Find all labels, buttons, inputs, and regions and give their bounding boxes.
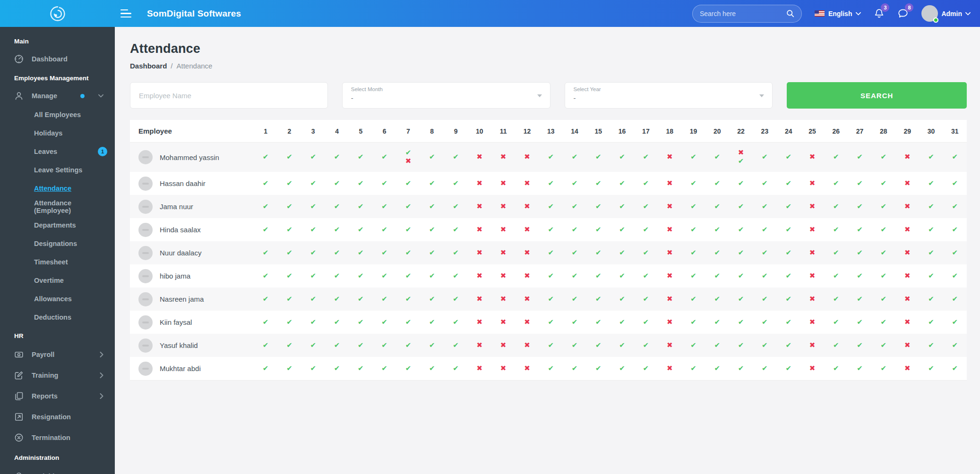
- search-icon[interactable]: [786, 9, 794, 17]
- user-menu[interactable]: Admin: [921, 5, 971, 22]
- present-check-icon: ✔: [714, 272, 721, 280]
- attendance-day-cell: ✔: [919, 296, 943, 303]
- absent-cross-icon: ✖: [904, 203, 911, 211]
- present-check-icon: ✔: [429, 180, 435, 187]
- present-check-icon: ✔: [881, 319, 887, 326]
- attendance-day-cell: ✖: [658, 226, 681, 234]
- language-selector[interactable]: English: [815, 10, 861, 17]
- attendance-day-cell: ✔: [777, 180, 800, 187]
- sidebar-toggle-button[interactable]: [120, 9, 132, 18]
- present-check-icon: ✔: [453, 342, 459, 349]
- present-check-icon: ✔: [881, 272, 887, 280]
- present-check-icon: ✔: [762, 272, 768, 280]
- sidebar-subitem-leaves[interactable]: Leaves1: [0, 142, 115, 161]
- sidebar-subitem-allowances[interactable]: Allowances: [0, 289, 115, 308]
- attendance-day-cell: ✔: [610, 153, 634, 161]
- month-select[interactable]: Select Month -: [342, 82, 550, 109]
- present-check-icon: ✔: [405, 365, 412, 372]
- present-check-icon: ✔: [619, 180, 625, 187]
- present-check-icon: ✔: [881, 342, 887, 349]
- present-check-icon: ✔: [690, 365, 696, 372]
- present-check-icon: ✔: [952, 342, 958, 349]
- search-input[interactable]: [700, 10, 786, 17]
- attendance-day-cell: ✔: [777, 203, 800, 211]
- attendance-day-cell: ✔: [824, 319, 848, 326]
- present-check-icon: ✔: [286, 296, 292, 303]
- employee-avatar: [138, 292, 153, 306]
- present-check-icon: ✔: [833, 153, 839, 161]
- present-check-icon: ✔: [548, 296, 554, 303]
- day-column-header: 28: [872, 127, 895, 135]
- sidebar-subitem-departments[interactable]: Departments: [0, 216, 115, 234]
- sidebar-subitem-deductions[interactable]: Deductions: [0, 308, 115, 326]
- attendance-day-cell: ✔: [729, 203, 753, 211]
- notifications-button[interactable]: 3: [874, 8, 885, 19]
- breadcrumb-dashboard-link[interactable]: Dashboard: [130, 62, 167, 70]
- absent-cross-icon: ✖: [667, 180, 673, 187]
- attendance-day-cell: ✖: [895, 249, 919, 257]
- attendance-day-cell: ✔: [372, 342, 396, 349]
- present-check-icon: ✔: [952, 226, 958, 234]
- attendance-day-cell: ✖: [515, 296, 539, 303]
- sidebar-item-manage[interactable]: Manage: [0, 86, 115, 105]
- attendance-day-cell: ✔: [586, 272, 610, 280]
- day-column-header: 7: [396, 127, 420, 135]
- attendance-day-cell: ✔: [753, 226, 776, 234]
- present-check-icon: ✔: [619, 296, 625, 303]
- attendance-day-cell: ✔: [396, 342, 420, 349]
- attendance-day-cell: ✖: [658, 296, 681, 303]
- sidebar-subitem-leave-settings[interactable]: Leave Settings: [0, 161, 115, 179]
- attendance-day-cell: ✖: [800, 226, 824, 234]
- attendance-day-cell: ✔: [277, 153, 301, 161]
- sidebar-item-dashboard[interactable]: Dashboard: [0, 50, 115, 68]
- absent-cross-icon: ✖: [904, 272, 911, 280]
- attendance-day-cell: ✔: [729, 249, 753, 257]
- present-check-icon: ✔: [928, 203, 934, 211]
- sidebar-item-termination[interactable]: Termination: [0, 427, 115, 448]
- present-check-icon: ✔: [952, 365, 958, 372]
- present-check-icon: ✔: [334, 249, 340, 257]
- search-button[interactable]: SEARCH: [787, 82, 967, 109]
- sidebar-item-resignation[interactable]: Resignation: [0, 406, 115, 427]
- sidebar-item-activities[interactable]: Activities: [0, 466, 115, 474]
- present-check-icon: ✔: [548, 180, 554, 187]
- sidebar-item-payroll[interactable]: Payroll: [0, 344, 115, 365]
- attendance-day-cell: ✔: [349, 296, 372, 303]
- present-check-icon: ✔: [857, 342, 863, 349]
- present-check-icon: ✔: [952, 296, 958, 303]
- absent-cross-icon: ✖: [524, 153, 530, 161]
- sidebar-subitem-designations[interactable]: Designations: [0, 234, 115, 253]
- attendance-day-cell: ✔: [705, 272, 729, 280]
- present-check-icon: ✔: [762, 249, 768, 257]
- header-search[interactable]: [692, 5, 802, 23]
- absent-cross-icon: ✖: [500, 272, 507, 280]
- sidebar-item-label: Training: [32, 372, 58, 379]
- employee-name-input[interactable]: [139, 92, 319, 100]
- day-column-header: 2: [277, 127, 301, 135]
- messages-button[interactable]: 8: [897, 8, 909, 19]
- present-check-icon: ✔: [785, 296, 791, 303]
- sidebar-item-training[interactable]: Training: [0, 365, 115, 386]
- day-column-header: 12: [515, 127, 539, 135]
- day-column-header: 20: [705, 127, 729, 135]
- brand-title: SomDigital Softwares: [147, 8, 241, 19]
- sidebar-subitem-holidays[interactable]: Holidays: [0, 124, 115, 142]
- sidebar-subitem-timesheet[interactable]: Timesheet: [0, 253, 115, 271]
- termination-icon: [14, 433, 24, 442]
- sidebar-item-label: Resignation: [32, 413, 71, 421]
- present-check-icon: ✔: [690, 342, 696, 349]
- sidebar-subitem-attendance-employee[interactable]: Attendance (Employee): [0, 197, 115, 216]
- present-check-icon: ✔: [453, 319, 459, 326]
- sidebar-item-reports[interactable]: Reports: [0, 386, 115, 406]
- present-check-icon: ✔: [595, 226, 602, 234]
- present-check-icon: ✔: [286, 272, 292, 280]
- sidebar-subitem-all-employees[interactable]: All Employees: [0, 105, 115, 124]
- day-column-header: 19: [681, 127, 705, 135]
- present-check-icon: ✔: [358, 272, 364, 280]
- sidebar-subitem-attendance[interactable]: Attendance: [0, 179, 115, 197]
- present-check-icon: ✔: [881, 203, 887, 211]
- year-select[interactable]: Select Year -: [565, 82, 773, 109]
- sidebar-subitem-overtime[interactable]: Overtime: [0, 271, 115, 289]
- present-check-icon: ✔: [643, 153, 649, 161]
- present-check-icon: ✔: [690, 296, 696, 303]
